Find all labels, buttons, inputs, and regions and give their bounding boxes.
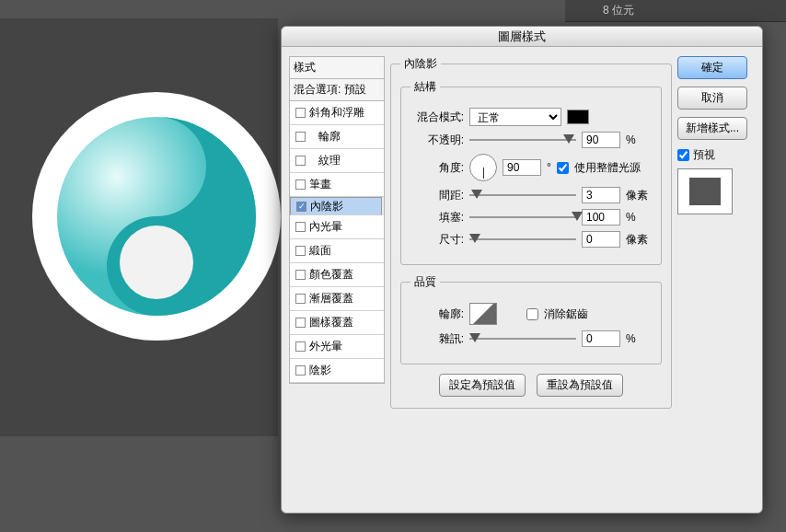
- style-checkbox[interactable]: [295, 318, 306, 328]
- style-label: 陰影: [309, 363, 331, 378]
- style-checkbox[interactable]: [295, 179, 306, 190]
- noise-label: 雜訊:: [410, 331, 464, 347]
- style-checkbox[interactable]: [295, 156, 306, 166]
- style-item[interactable]: ✓內陰影: [290, 197, 382, 215]
- noise-slider[interactable]: [469, 331, 576, 346]
- blend-mode-select[interactable]: 正常: [469, 108, 561, 126]
- style-item[interactable]: 內光暈: [290, 215, 384, 239]
- noise-unit: %: [626, 332, 652, 345]
- style-item[interactable]: 陰影: [290, 359, 384, 383]
- distance-unit: 像素: [626, 188, 652, 203]
- style-label: 內陰影: [310, 199, 343, 214]
- style-item[interactable]: 筆畫: [290, 173, 384, 197]
- section-title: 內陰影: [400, 56, 441, 72]
- style-label: 顏色覆蓋: [309, 267, 353, 283]
- new-style-button[interactable]: 新增樣式...: [677, 117, 747, 140]
- style-label: 輪廓: [309, 129, 341, 145]
- style-checkbox[interactable]: [295, 294, 306, 304]
- dialog-title: 圖層樣式: [282, 27, 762, 47]
- make-default-button[interactable]: 設定為預設值: [439, 374, 526, 397]
- style-checkbox[interactable]: ✓: [296, 202, 306, 212]
- size-slider[interactable]: [469, 232, 576, 247]
- style-item[interactable]: 斜角和浮雕: [290, 101, 384, 125]
- app-toolbar: 8 位元: [565, 0, 786, 22]
- style-item[interactable]: 圖樣覆蓋: [290, 311, 384, 335]
- contour-label: 輪廓:: [410, 306, 464, 322]
- contour-picker[interactable]: [469, 303, 497, 325]
- style-checkbox[interactable]: [295, 246, 306, 256]
- angle-input[interactable]: [503, 159, 541, 176]
- buttons-column: 確定 取消 新增樣式... 預視: [677, 56, 755, 503]
- style-checkbox[interactable]: [295, 132, 306, 142]
- settings-column: 內陰影 結構 混合模式: 正常 不透明: % 角度:: [385, 56, 677, 503]
- structure-fieldset: 結構 混合模式: 正常 不透明: % 角度:: [400, 79, 662, 265]
- style-label: 筆畫: [309, 177, 331, 192]
- cancel-button[interactable]: 取消: [677, 87, 747, 110]
- choke-label: 填塞:: [410, 210, 464, 226]
- styles-list: 斜角和浮雕輪廓紋理筆畫✓內陰影內光暈緞面顏色覆蓋漸層覆蓋圖樣覆蓋外光暈陰影: [289, 101, 385, 384]
- artwork-preview: [32, 92, 281, 341]
- quality-legend: 品質: [410, 274, 440, 290]
- style-item[interactable]: 緞面: [290, 239, 384, 263]
- blend-options-header[interactable]: 混合選項: 預設: [289, 79, 385, 101]
- style-item[interactable]: 漸層覆蓋: [290, 287, 384, 311]
- structure-legend: 結構: [410, 79, 440, 95]
- angle-label: 角度:: [410, 160, 464, 176]
- opacity-slider[interactable]: [469, 133, 576, 147]
- style-checkbox[interactable]: [295, 365, 306, 376]
- bit-depth-label: 8 位元: [603, 4, 634, 17]
- style-checkbox[interactable]: [295, 222, 306, 232]
- antialias-label: 消除鋸齒: [544, 306, 588, 322]
- opacity-label: 不透明:: [410, 133, 464, 148]
- distance-label: 間距:: [410, 188, 464, 203]
- choke-slider[interactable]: [469, 210, 576, 225]
- style-item[interactable]: 紋理: [290, 149, 384, 173]
- opacity-input[interactable]: [582, 132, 620, 148]
- noise-input[interactable]: [582, 330, 620, 347]
- angle-unit: °: [547, 161, 551, 174]
- style-label: 紋理: [309, 153, 341, 168]
- choke-input[interactable]: [582, 209, 620, 226]
- layer-style-dialog: 圖層樣式 樣式 混合選項: 預設 斜角和浮雕輪廓紋理筆畫✓內陰影內光暈緞面顏色覆…: [281, 26, 763, 514]
- style-item[interactable]: 輪廓: [290, 125, 384, 149]
- style-checkbox[interactable]: [295, 270, 306, 280]
- style-label: 漸層覆蓋: [309, 291, 353, 306]
- preview-thumbnail: [677, 168, 733, 214]
- antialias-checkbox[interactable]: [526, 308, 538, 320]
- opacity-unit: %: [626, 133, 652, 146]
- canvas-area: [0, 18, 278, 436]
- style-label: 緞面: [309, 243, 331, 259]
- style-item[interactable]: 外光暈: [290, 335, 384, 359]
- styles-header[interactable]: 樣式: [289, 56, 385, 79]
- choke-unit: %: [626, 211, 652, 224]
- distance-input[interactable]: [582, 187, 620, 203]
- preview-label: 預視: [693, 147, 715, 163]
- style-label: 斜角和浮雕: [309, 105, 364, 121]
- style-label: 內光暈: [309, 219, 342, 235]
- svg-point-2: [120, 226, 193, 299]
- inner-shadow-fieldset: 內陰影 結構 混合模式: 正常 不透明: % 角度:: [390, 56, 672, 409]
- size-input[interactable]: [582, 231, 620, 248]
- preview-checkbox[interactable]: [677, 149, 689, 161]
- quality-fieldset: 品質 輪廓: 消除鋸齒 雜訊: %: [400, 274, 662, 364]
- size-unit: 像素: [626, 232, 652, 248]
- global-light-checkbox[interactable]: [557, 162, 569, 174]
- distance-slider[interactable]: [469, 188, 576, 202]
- reset-default-button[interactable]: 重設為預設值: [537, 374, 623, 397]
- global-light-label: 使用整體光源: [574, 160, 641, 176]
- blend-mode-label: 混合模式:: [410, 110, 464, 125]
- color-swatch[interactable]: [567, 110, 589, 124]
- styles-column: 樣式 混合選項: 預設 斜角和浮雕輪廓紋理筆畫✓內陰影內光暈緞面顏色覆蓋漸層覆蓋…: [289, 56, 385, 503]
- style-item[interactable]: 顏色覆蓋: [290, 263, 384, 287]
- size-label: 尺寸:: [410, 232, 464, 248]
- angle-dial[interactable]: [469, 154, 497, 181]
- style-checkbox[interactable]: [295, 341, 306, 352]
- style-label: 外光暈: [309, 339, 342, 354]
- style-label: 圖樣覆蓋: [309, 315, 353, 330]
- ok-button[interactable]: 確定: [677, 56, 747, 79]
- style-checkbox[interactable]: [295, 108, 306, 118]
